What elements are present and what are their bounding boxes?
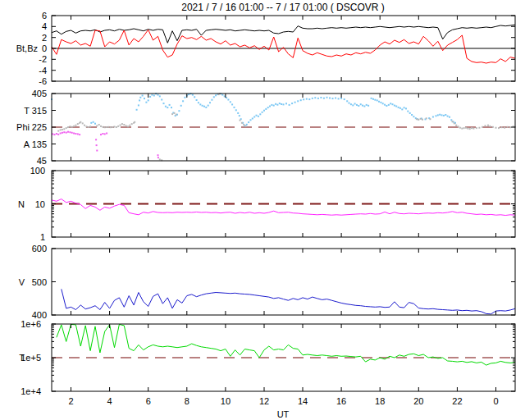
point-phi-blue [362,105,363,107]
point-phi-gray [129,125,130,126]
phi-angle-ytick-label: 405 [32,89,47,98]
point-phi-blue [358,105,359,107]
point-phi-gray [467,128,468,130]
point-phi-gray [426,117,427,119]
point-phi-gray [73,126,75,127]
point-phi-blue [153,95,155,97]
point-phi-blue [169,104,171,106]
point-phi-blue [144,98,145,99]
point-phi-gray [174,112,176,114]
point-phi-gray [80,121,81,123]
point-phi-gray [121,123,123,125]
point-phi-gray [452,121,454,122]
point-phi-blue [281,103,282,105]
temperature-ytick-label: 1e+4 [21,386,41,396]
point-phi-gray [75,125,76,126]
point-phi-blue [250,119,252,121]
point-phi-blue [94,123,96,125]
velocity-ytick-label: 600 [32,244,47,253]
point-phi-gray [82,122,84,124]
point-phi-blue [340,98,342,99]
point-phi-blue [366,104,368,106]
magnetic-field-ytick-label: -2 [39,54,47,64]
magnetic-field-ytick-label: 2 [42,33,47,43]
magnetic-field-ytick-label: -4 [39,66,47,75]
point-phi-gray [114,126,116,128]
point-phi-blue [221,94,223,96]
x-tick-label: 4 [107,396,112,406]
point-phi-magenta [102,133,103,135]
point-phi-blue [354,103,356,105]
x-tick-label: 6 [146,396,151,406]
point-phi-blue [159,95,161,97]
point-phi-blue [350,103,352,105]
magnetic-field-ytick-label: 6 [42,11,47,21]
point-phi-blue [211,99,212,101]
phi-angle-ytick-label: 135 [32,139,47,149]
point-phi-gray [458,126,459,127]
point-phi-gray [495,127,497,129]
point-phi-gray [102,126,103,128]
point-phi-blue [267,107,269,108]
point-phi-gray [240,120,241,121]
point-phi-gray [104,126,106,128]
point-phi-blue [161,99,162,101]
point-phi-blue [237,112,239,114]
density-axis-unit-label: N [18,199,25,209]
point-phi-blue [352,104,354,106]
point-phi-gray [71,126,73,128]
point-phi-magenta [106,133,107,135]
point-phi-blue [198,102,199,103]
magnetic-field-ytick-label: 4 [42,21,47,31]
point-phi-gray [489,126,491,127]
point-phi-blue [378,101,380,103]
point-phi-blue [239,115,240,116]
point-phi-blue [285,103,287,104]
point-phi-gray [84,125,85,126]
point-phi-gray [110,126,112,128]
point-phi-blue [283,103,285,105]
point-phi-gray [429,118,431,120]
point-phi-gray [476,127,477,129]
x-tick-label: 22 [452,396,462,406]
point-phi-blue [377,99,378,101]
point-phi-blue [326,97,328,98]
density-ytick-label: 1 [40,232,45,242]
point-phi-blue [165,106,167,107]
point-phi-gray [134,121,135,123]
point-phi-gray [455,125,457,126]
point-phi-magenta [79,134,80,135]
plot-title: 2021 / 7 / 16 01:00 -- 7 / 17 01:00 ( DS… [181,2,384,13]
point-phi-blue [346,100,348,102]
point-phi-blue [335,98,336,99]
temperature-ytick-label: 1e+6 [21,319,41,329]
point-phi-blue [171,107,172,108]
point-phi-blue [303,98,304,100]
point-phi-gray [69,126,71,127]
point-phi-gray [465,127,467,129]
point-phi-blue [308,98,310,100]
point-phi-blue [192,94,194,96]
point-phi-gray [98,124,100,126]
point-phi-magenta [95,139,97,140]
point-phi-magenta [77,133,79,135]
point-phi-blue [447,116,449,117]
velocity-axis-unit-label: V [19,277,25,287]
point-phi-magenta [96,150,98,152]
point-phi-blue [136,109,138,111]
point-phi-magenta [73,133,75,135]
phi-angle-axis-unit-label: T [24,106,30,116]
x-tick-label: 8 [185,396,189,406]
density-ytick-label: 10 [35,199,45,209]
point-phi-blue [432,116,434,118]
point-phi-blue [441,114,443,116]
point-phi-blue [409,112,411,114]
point-phi-blue [139,97,141,98]
point-phi-blue [363,106,365,107]
point-phi-blue [213,96,215,98]
point-phi-blue [323,98,325,99]
point-phi-blue [265,108,267,110]
velocity-ytick-label: 500 [32,277,47,287]
point-phi-gray [245,126,247,127]
point-phi-blue [263,110,265,112]
